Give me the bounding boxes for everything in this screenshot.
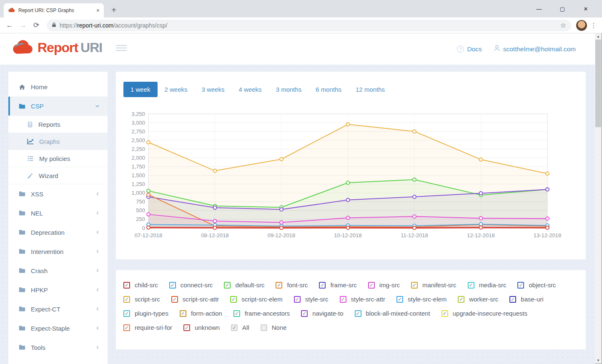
filter-navigate-to[interactable]: ✓ navigate-to bbox=[301, 310, 343, 317]
data-point-series-light-blue[interactable] bbox=[479, 223, 483, 226]
filter-style-src[interactable]: ✓ style-src bbox=[294, 296, 329, 303]
data-point-series-gold[interactable] bbox=[213, 169, 217, 173]
filter-script-src[interactable]: ✓ script-src bbox=[123, 296, 160, 303]
data-point-series-magenta[interactable] bbox=[479, 216, 483, 220]
filter-frame-ancestors[interactable]: ✓ frame-ancestors bbox=[233, 310, 290, 317]
filter-all[interactable]: ✓ All bbox=[231, 324, 249, 331]
range-tab-4-weeks[interactable]: 4 weeks bbox=[232, 82, 269, 97]
reload-button-icon[interactable]: ⟳ bbox=[31, 20, 42, 31]
data-point-series-red[interactable] bbox=[546, 226, 549, 229]
filter-require-sri-for[interactable]: ✓ require-sri-for bbox=[123, 324, 172, 331]
data-point-series-purple[interactable] bbox=[346, 198, 350, 202]
data-point-series-green[interactable] bbox=[346, 181, 350, 184]
docs-link[interactable]: ? Docs bbox=[457, 45, 482, 53]
data-point-series-red[interactable] bbox=[280, 226, 283, 230]
window-maximize-button[interactable]: ▢ bbox=[559, 6, 566, 12]
range-tab-6-months[interactable]: 6 months bbox=[309, 82, 349, 97]
browser-tab[interactable]: Report URI: CSP Graphs × bbox=[4, 3, 104, 18]
scroll-up-arrow-icon[interactable]: ▲ bbox=[595, 33, 602, 40]
window-close-button[interactable]: ✕ bbox=[582, 6, 589, 12]
checkbox-icon[interactable]: ✓ bbox=[411, 282, 418, 289]
checkbox-icon[interactable]: ✓ bbox=[396, 296, 403, 303]
data-point-series-gold[interactable] bbox=[413, 130, 416, 133]
forward-button-icon[interactable]: → bbox=[18, 20, 28, 31]
bookmark-star-icon[interactable]: ☆ bbox=[560, 21, 566, 29]
checkbox-icon[interactable]: ✓ bbox=[458, 296, 464, 303]
checkbox-icon[interactable]: ✓ bbox=[340, 296, 346, 303]
filter-frame-src[interactable]: ✓ frame-src bbox=[319, 281, 356, 289]
scrollbar-thumb[interactable] bbox=[595, 40, 601, 127]
data-point-series-red[interactable] bbox=[147, 226, 150, 229]
filter-font-src[interactable]: ✓ font-src bbox=[276, 281, 308, 289]
address-bar[interactable]: https://report-uri.com/account/graphs/cs… bbox=[47, 20, 571, 31]
sidebar-item-deprecation[interactable]: Deprecation bbox=[8, 223, 108, 242]
filter-unknown[interactable]: ✓ unknown bbox=[183, 324, 220, 331]
sidebar-item-graphs[interactable]: Graphs bbox=[8, 133, 108, 150]
data-point-series-gold[interactable] bbox=[479, 158, 483, 161]
sidebar-item-setup[interactable]: Setup bbox=[8, 357, 108, 364]
checkbox-icon[interactable]: ✓ bbox=[294, 296, 301, 303]
data-point-series-gold[interactable] bbox=[147, 141, 150, 144]
filter-plugin-types[interactable]: ✓ plugin-types bbox=[123, 310, 168, 317]
filter-manifest-src[interactable]: ✓ manifest-src bbox=[411, 281, 457, 289]
checkbox-icon[interactable]: ✓ bbox=[509, 296, 516, 303]
sidebar-item-intervention[interactable]: Intervention bbox=[8, 242, 108, 261]
checkbox-icon[interactable]: ✓ bbox=[368, 282, 375, 289]
filter-none[interactable]: None bbox=[261, 324, 287, 331]
filter-worker-src[interactable]: ✓ worker-src bbox=[458, 296, 498, 303]
data-point-series-gold[interactable] bbox=[280, 158, 283, 161]
back-button-icon[interactable]: ← bbox=[4, 20, 15, 31]
range-tab-2-weeks[interactable]: 2 weeks bbox=[158, 82, 195, 97]
checkbox-icon[interactable]: ✓ bbox=[180, 310, 186, 317]
data-point-series-magenta[interactable] bbox=[213, 219, 217, 223]
new-tab-button[interactable]: + bbox=[108, 5, 119, 16]
checkbox-icon[interactable]: ✓ bbox=[276, 282, 282, 289]
data-point-series-red[interactable] bbox=[479, 226, 483, 229]
checkbox-icon[interactable] bbox=[261, 324, 267, 331]
checkbox-icon[interactable]: ✓ bbox=[123, 324, 130, 331]
data-point-series-magenta[interactable] bbox=[147, 213, 150, 216]
data-point-series-gold[interactable] bbox=[546, 172, 549, 175]
browser-menu-icon[interactable]: ⋮ bbox=[589, 22, 598, 29]
sidebar-item-xss[interactable]: XSS bbox=[8, 184, 108, 203]
checkbox-icon[interactable]: ✓ bbox=[230, 296, 237, 303]
account-menu[interactable]: scotthelme@hotmail.com bbox=[494, 45, 576, 53]
sidebar-item-my-policies[interactable]: My policies bbox=[8, 150, 108, 167]
data-point-series-purple[interactable] bbox=[479, 192, 483, 195]
hamburger-menu-icon[interactable] bbox=[116, 45, 127, 51]
checkbox-icon[interactable]: ✓ bbox=[123, 310, 130, 317]
filter-default-src[interactable]: ✓ default-src bbox=[224, 281, 264, 289]
data-point-series-magenta[interactable] bbox=[346, 216, 350, 220]
report-uri-logo[interactable]: ReportURI bbox=[12, 39, 102, 56]
filter-script-src-elem[interactable]: ✓ script-src-elem bbox=[230, 296, 282, 303]
checkbox-icon[interactable]: ✓ bbox=[231, 324, 238, 331]
filter-script-src-attr[interactable]: ✓ script-src-attr bbox=[171, 296, 219, 303]
range-tab-12-months[interactable]: 12 months bbox=[349, 82, 392, 97]
sidebar-item-reports[interactable]: Reports bbox=[8, 116, 108, 133]
sidebar-item-wizard[interactable]: Wizard bbox=[8, 167, 108, 184]
data-point-series-red[interactable] bbox=[413, 226, 416, 230]
filter-upgrade-insecure-requests[interactable]: ✓ upgrade-insecure-requests bbox=[441, 310, 527, 317]
range-tab-1-week[interactable]: 1 week bbox=[123, 82, 158, 97]
data-point-series-purple[interactable] bbox=[413, 195, 416, 198]
checkbox-icon[interactable]: ✓ bbox=[171, 296, 178, 303]
filter-style-src-attr[interactable]: ✓ style-src-attr bbox=[340, 296, 386, 303]
window-minimize-button[interactable]: — bbox=[535, 6, 543, 12]
sidebar-item-csp[interactable]: CSP bbox=[8, 97, 108, 116]
data-point-series-red[interactable] bbox=[346, 226, 350, 229]
range-tab-3-months[interactable]: 3 months bbox=[269, 82, 309, 97]
filter-img-src[interactable]: ✓ img-src bbox=[368, 281, 400, 289]
sidebar-item-expect-ct[interactable]: Expect-CT bbox=[8, 299, 108, 319]
checkbox-icon[interactable]: ✓ bbox=[517, 282, 524, 289]
data-point-series-magenta[interactable] bbox=[546, 217, 549, 220]
checkbox-icon[interactable]: ✓ bbox=[123, 282, 130, 289]
filter-child-src[interactable]: ✓ child-src bbox=[123, 281, 158, 289]
data-point-series-magenta[interactable] bbox=[280, 221, 283, 224]
data-point-series-magenta[interactable] bbox=[413, 215, 416, 218]
data-point-series-green[interactable] bbox=[413, 178, 416, 181]
page-scrollbar[interactable]: ▲ ▼ bbox=[595, 33, 602, 364]
range-tab-3-weeks[interactable]: 3 weeks bbox=[195, 82, 232, 97]
data-point-series-purple[interactable] bbox=[280, 208, 283, 211]
checkbox-icon[interactable]: ✓ bbox=[355, 310, 361, 317]
filter-media-src[interactable]: ✓ media-src bbox=[468, 281, 507, 289]
